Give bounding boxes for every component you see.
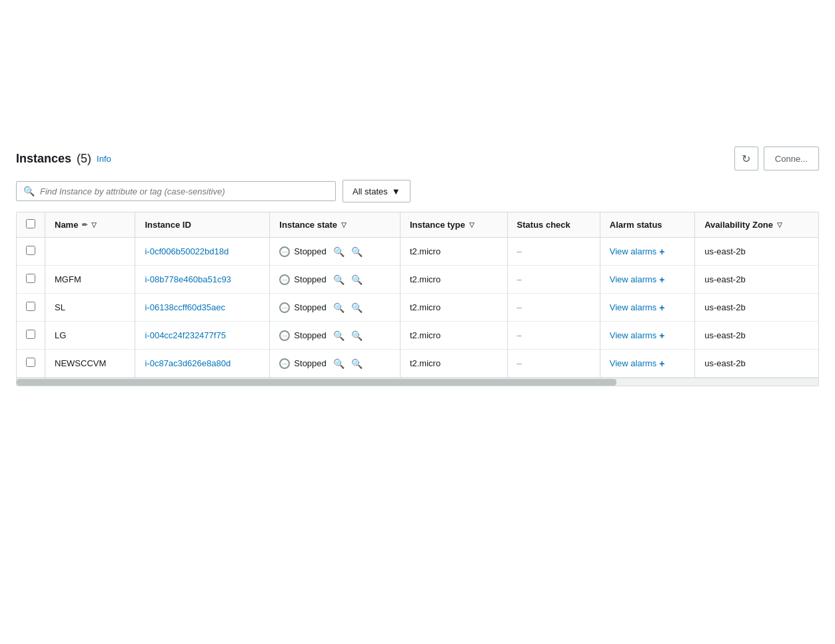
col-availability-zone-label: Availability Zone <box>704 220 773 230</box>
instances-section: Instances (5) Info ↻ Conne... 🔍 All stat… <box>0 147 835 386</box>
row-availability-zone-4: us-east-2b <box>695 350 818 378</box>
view-alarms-link-4[interactable]: View alarms <box>610 358 657 368</box>
search-filter-row: 🔍 All states ▼ <box>16 180 819 202</box>
instances-table-wrapper: Name ✏ ▽ Instance ID Instance state ▽ <box>16 212 819 386</box>
zoom-out-icon-2[interactable]: 🔍 <box>351 302 363 313</box>
zoom-in-icon-0[interactable]: 🔍 <box>333 246 345 257</box>
col-header-name: Name ✏ ▽ <box>45 212 135 238</box>
all-states-filter[interactable]: All states ▼ <box>343 180 411 202</box>
row-status-check-0: – <box>507 238 600 266</box>
add-alarm-icon-0[interactable]: + <box>659 246 664 257</box>
row-status-check-2: – <box>507 294 600 322</box>
row-checkbox-0[interactable] <box>26 246 35 255</box>
col-header-instance-id: Instance ID <box>135 212 270 238</box>
row-checkbox-cell <box>17 238 45 266</box>
add-alarm-icon-4[interactable]: + <box>659 358 664 369</box>
col-name-label: Name <box>55 220 78 230</box>
name-sort-icon[interactable]: ▽ <box>91 221 97 228</box>
col-instance-type-label: Instance type <box>410 220 465 230</box>
instance-id-link-4[interactable]: i-0c87ac3d626e8a80d <box>145 358 231 368</box>
row-checkbox-2[interactable] <box>26 302 35 311</box>
table-row: SL i-06138ccff60d35aec Stopped 🔍 🔍 t2.mi… <box>17 294 818 322</box>
row-status-check-1: – <box>507 266 600 294</box>
instance-id-link-1[interactable]: i-08b778e460ba51c93 <box>145 274 231 284</box>
instances-title: Instances <box>16 152 71 166</box>
select-all-checkbox[interactable] <box>26 219 35 228</box>
refresh-button[interactable]: ↻ <box>734 147 758 170</box>
header-actions: ↻ Conne... <box>734 147 819 170</box>
view-alarms-link-3[interactable]: View alarms <box>610 330 657 340</box>
add-alarm-icon-2[interactable]: + <box>659 302 664 313</box>
row-status-check-4: – <box>507 350 600 378</box>
instance-id-link-2[interactable]: i-06138ccff60d35aec <box>145 302 225 312</box>
stopped-text-1: Stopped <box>294 274 326 284</box>
row-instance-type-3: t2.micro <box>400 322 507 350</box>
zoom-in-icon-3[interactable]: 🔍 <box>333 330 345 341</box>
col-header-checkbox <box>17 212 45 238</box>
name-edit-icon[interactable]: ✏ <box>82 221 87 228</box>
table-row: i-0cf006b50022bd18d Stopped 🔍 🔍 t2.micro… <box>17 238 818 266</box>
table-row: NEWSCCVM i-0c87ac3d626e8a80d Stopped 🔍 🔍… <box>17 350 818 378</box>
row-checkbox-cell <box>17 294 45 322</box>
row-name-0 <box>45 238 135 266</box>
page-wrapper: Instances (5) Info ↻ Conne... 🔍 All stat… <box>0 0 835 386</box>
view-alarms-link-0[interactable]: View alarms <box>610 246 657 256</box>
zoom-out-icon-0[interactable]: 🔍 <box>351 246 363 257</box>
stopped-text-2: Stopped <box>294 302 326 312</box>
instances-title-group: Instances (5) Info <box>16 152 111 166</box>
row-availability-zone-0: us-east-2b <box>695 238 818 266</box>
row-instance-id-0: i-0cf006b50022bd18d <box>135 238 270 266</box>
row-checkbox-3[interactable] <box>26 330 35 339</box>
col-header-alarm-status: Alarm status <box>600 212 694 238</box>
zoom-out-icon-3[interactable]: 🔍 <box>351 330 363 341</box>
row-instance-id-2: i-06138ccff60d35aec <box>135 294 270 322</box>
col-instance-id-label: Instance ID <box>145 220 191 230</box>
col-status-check-label: Status check <box>517 220 570 230</box>
zoom-in-icon-2[interactable]: 🔍 <box>333 302 345 313</box>
status-check-dash-3: – <box>517 330 522 340</box>
view-alarms-link-1[interactable]: View alarms <box>610 274 657 284</box>
search-box: 🔍 <box>16 181 336 201</box>
instance-state-sort-icon[interactable]: ▽ <box>341 221 347 228</box>
instance-id-link-0[interactable]: i-0cf006b50022bd18d <box>145 246 229 256</box>
horizontal-scrollbar[interactable] <box>17 378 818 386</box>
status-check-dash-0: – <box>517 246 522 256</box>
info-link[interactable]: Info <box>97 154 111 164</box>
add-alarm-icon-1[interactable]: + <box>659 274 664 285</box>
zoom-out-icon-1[interactable]: 🔍 <box>351 274 363 285</box>
stopped-icon-2 <box>279 302 290 313</box>
view-alarms-link-2[interactable]: View alarms <box>610 302 657 312</box>
row-checkbox-4[interactable] <box>26 358 35 367</box>
stopped-icon-1 <box>279 274 290 285</box>
col-alarm-status-label: Alarm status <box>610 220 662 230</box>
row-checkbox-1[interactable] <box>26 274 35 283</box>
zoom-in-icon-4[interactable]: 🔍 <box>333 358 345 369</box>
search-icon: 🔍 <box>23 186 35 196</box>
row-name-1: MGFM <box>45 266 135 294</box>
search-input[interactable] <box>40 186 329 196</box>
table-header-row: Name ✏ ▽ Instance ID Instance state ▽ <box>17 212 818 238</box>
col-header-availability-zone: Availability Zone ▽ <box>695 212 818 238</box>
add-alarm-icon-3[interactable]: + <box>659 330 664 341</box>
row-alarm-status-0: View alarms + <box>600 238 694 266</box>
stopped-text-3: Stopped <box>294 330 326 340</box>
zoom-out-icon-4[interactable]: 🔍 <box>351 358 363 369</box>
col-header-instance-type: Instance type ▽ <box>400 212 507 238</box>
top-spacer <box>0 27 835 147</box>
scrollbar-thumb <box>17 379 616 386</box>
stopped-icon-3 <box>279 330 290 341</box>
availability-zone-sort-icon[interactable]: ▽ <box>777 221 782 228</box>
row-instance-id-1: i-08b778e460ba51c93 <box>135 266 270 294</box>
instance-type-sort-icon[interactable]: ▽ <box>469 221 474 228</box>
filter-label: All states <box>353 186 388 196</box>
table-row: MGFM i-08b778e460ba51c93 Stopped 🔍 🔍 t2.… <box>17 266 818 294</box>
row-instance-id-3: i-004cc24f232477f75 <box>135 322 270 350</box>
row-alarm-status-2: View alarms + <box>600 294 694 322</box>
instance-id-link-3[interactable]: i-004cc24f232477f75 <box>145 330 225 340</box>
row-alarm-status-4: View alarms + <box>600 350 694 378</box>
row-instance-type-1: t2.micro <box>400 266 507 294</box>
zoom-in-icon-1[interactable]: 🔍 <box>333 274 345 285</box>
instances-header: Instances (5) Info ↻ Conne... <box>16 147 819 170</box>
row-availability-zone-1: us-east-2b <box>695 266 818 294</box>
connect-button[interactable]: Conne... <box>764 147 819 170</box>
